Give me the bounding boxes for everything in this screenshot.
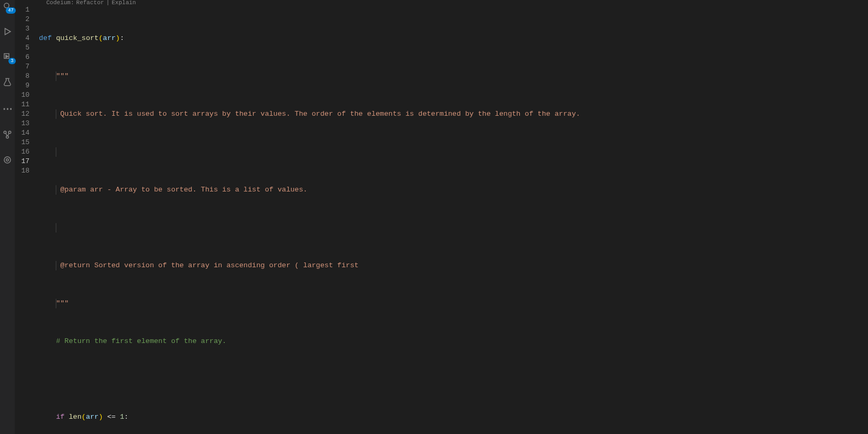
svg-point-9 xyxy=(6,136,9,138)
codelens-prefix: Codeium: xyxy=(46,0,74,5)
line-number-gutter: 1 2 3 4 5 6 7 8 9 10 11 12 13 14 15 16 1… xyxy=(15,5,39,434)
code-line[interactable]: """ xyxy=(39,299,868,308)
braces-icon[interactable]: ...} xyxy=(1,101,14,114)
svg-line-10 xyxy=(6,133,7,136)
code-line[interactable]: def quick_sort(arr): xyxy=(39,34,868,43)
line-number: 12 xyxy=(15,109,29,119)
code-line[interactable]: Quick sort. It is used to sort arrays by… xyxy=(39,109,868,119)
codelens-refactor[interactable]: Refactor xyxy=(76,0,104,5)
line-number: 1 xyxy=(15,5,29,15)
line-number: 13 xyxy=(15,119,29,128)
search-badge: 47 xyxy=(6,7,16,14)
line-number: 9 xyxy=(15,81,29,90)
search-icon[interactable]: 47 xyxy=(1,0,14,13)
code-line[interactable]: @param arr - Array to be sorted. This is… xyxy=(39,185,868,195)
code-line[interactable] xyxy=(39,375,868,384)
activity-bar: 47 3 ...} xyxy=(0,0,15,434)
debug-badge: 3 xyxy=(8,58,16,64)
line-number: 14 xyxy=(15,128,29,138)
svg-point-13 xyxy=(6,159,9,162)
line-number: 8 xyxy=(15,72,29,81)
run-icon[interactable] xyxy=(1,25,14,38)
code-container[interactable]: 1 2 3 4 5 6 7 8 9 10 11 12 13 14 15 16 1… xyxy=(15,5,868,434)
svg-point-12 xyxy=(4,157,11,163)
line-number: 11 xyxy=(15,100,29,109)
code-line[interactable]: """ xyxy=(39,72,868,81)
line-number: 7 xyxy=(15,62,29,72)
editor-area: Codeium: Refactor | Explain 1 2 3 4 5 6 … xyxy=(15,0,868,434)
testing-icon[interactable] xyxy=(1,76,14,88)
code-line[interactable]: # Return the first element of the array. xyxy=(39,337,868,346)
svg-text:...}: ...} xyxy=(3,105,12,111)
code-line[interactable] xyxy=(39,223,868,233)
line-number: 16 xyxy=(15,147,29,157)
settings-icon[interactable] xyxy=(1,154,14,166)
extensions-icon[interactable] xyxy=(1,128,14,141)
svg-marker-4 xyxy=(6,55,8,58)
line-number: 15 xyxy=(15,138,29,147)
line-number: 17 xyxy=(15,157,29,166)
code-line[interactable]: if len(arr) <= 1: xyxy=(39,412,868,422)
svg-marker-2 xyxy=(5,28,11,35)
code-text[interactable]: def quick_sort(arr): """ Quick sort. It … xyxy=(39,5,868,434)
codelens-explain[interactable]: Explain xyxy=(112,0,136,5)
code-line[interactable]: @return Sorted version of the array in a… xyxy=(39,261,868,270)
line-number: 4 xyxy=(15,34,29,43)
line-number: 18 xyxy=(15,166,29,176)
line-number: 10 xyxy=(15,90,29,100)
debug-icon[interactable]: 3 xyxy=(1,51,14,63)
code-line[interactable] xyxy=(39,147,868,157)
line-number: 5 xyxy=(15,43,29,53)
line-number: 2 xyxy=(15,15,29,24)
svg-line-11 xyxy=(8,133,9,136)
codelens-sep: | xyxy=(106,0,110,5)
codelens: Codeium: Refactor | Explain xyxy=(15,0,868,5)
line-number: 6 xyxy=(15,53,29,62)
line-number: 3 xyxy=(15,24,29,34)
